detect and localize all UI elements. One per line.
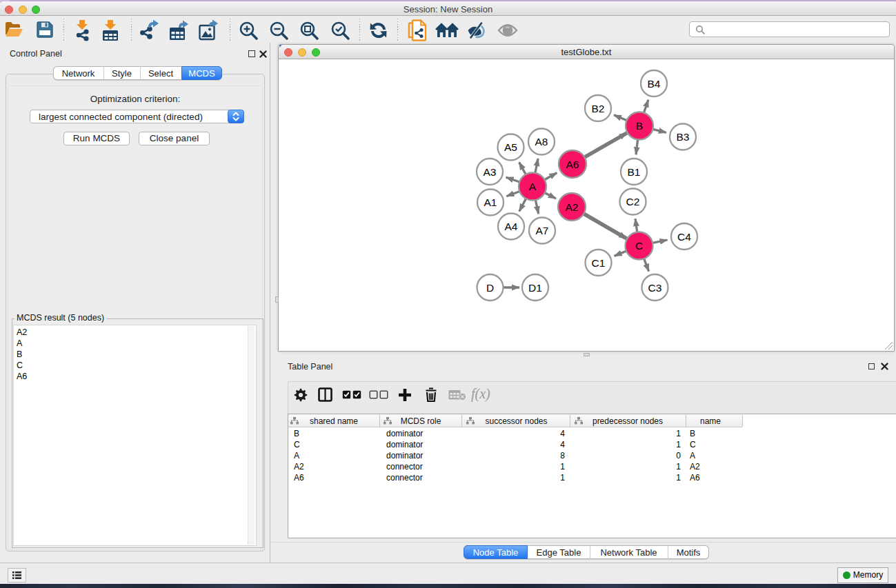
svg-text:C: C — [635, 240, 643, 252]
svg-text:C1: C1 — [592, 257, 606, 269]
svg-text:C2: C2 — [626, 196, 640, 207]
svg-text:C4: C4 — [677, 231, 691, 243]
svg-text:B4: B4 — [648, 78, 661, 90]
svg-text:A3: A3 — [484, 166, 497, 178]
svg-text:A5: A5 — [504, 141, 517, 153]
svg-text:B2: B2 — [592, 103, 605, 114]
svg-text:A2: A2 — [566, 201, 579, 213]
svg-text:A1: A1 — [484, 196, 497, 208]
svg-text:B1: B1 — [628, 166, 641, 178]
svg-text:A4: A4 — [505, 221, 518, 232]
svg-text:A7: A7 — [536, 225, 549, 236]
svg-text:C3: C3 — [648, 282, 662, 294]
svg-text:A6: A6 — [566, 159, 579, 170]
svg-text:D1: D1 — [528, 282, 542, 294]
svg-text:A8: A8 — [535, 136, 548, 148]
svg-text:B: B — [636, 120, 643, 132]
svg-text:D: D — [486, 282, 494, 294]
svg-text:B3: B3 — [677, 131, 690, 143]
svg-text:A: A — [529, 181, 537, 192]
